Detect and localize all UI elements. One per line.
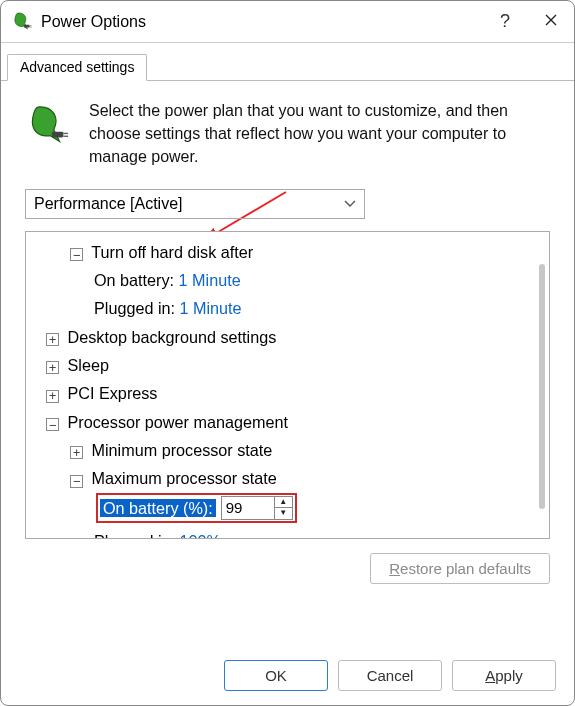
help-icon: ? — [500, 11, 510, 32]
tree-node-min-processor-state[interactable]: + Minimum processor state — [36, 436, 539, 464]
svg-rect-6 — [63, 136, 68, 137]
svg-rect-4 — [52, 132, 63, 138]
tree-leaf-hard-disk-plugged-in[interactable]: Plugged in: 1 Minute — [36, 294, 539, 322]
close-button[interactable] — [528, 1, 574, 43]
tree-node-max-processor-state[interactable]: − Maximum processor state — [36, 464, 539, 492]
close-icon — [544, 11, 558, 32]
tree-leaf-hard-disk-on-battery[interactable]: On battery: 1 Minute — [36, 266, 539, 294]
collapse-icon[interactable]: − — [70, 475, 83, 488]
percent-spinner: ▲ ▼ — [221, 496, 293, 520]
scrollbar-thumb[interactable] — [539, 264, 545, 509]
tab-content: Select the power plan that you want to c… — [1, 81, 574, 644]
intro-text: Select the power plan that you want to c… — [89, 99, 550, 169]
help-button[interactable]: ? — [482, 1, 528, 43]
expand-icon[interactable]: + — [46, 390, 59, 403]
power-options-window: Power Options ? Advanced settings — [0, 0, 575, 706]
svg-rect-0 — [24, 24, 30, 27]
svg-rect-1 — [30, 25, 32, 26]
selected-label: On battery (%): — [100, 499, 216, 517]
power-plan-value: Performance [Active] — [34, 195, 344, 213]
tree-node-turn-off-hard-disk[interactable]: − Turn off hard disk after — [36, 238, 539, 266]
window-title: Power Options — [41, 13, 482, 31]
titlebar: Power Options ? — [1, 1, 574, 43]
power-plan-dropdown[interactable]: Performance [Active] — [25, 189, 365, 219]
apply-button[interactable]: Apply — [452, 660, 556, 691]
restore-row: Restore plan defaults — [25, 553, 550, 584]
percent-input[interactable] — [222, 497, 274, 519]
restore-defaults-button[interactable]: Restore plan defaults — [370, 553, 550, 584]
tree-leaf-max-proc-plugged-in[interactable]: Plugged in: 100% — [36, 527, 539, 539]
tree-node-desktop-background[interactable]: + Desktop background settings — [36, 323, 539, 351]
collapse-icon[interactable]: − — [70, 248, 83, 261]
tab-advanced-settings[interactable]: Advanced settings — [7, 54, 147, 81]
value-link[interactable]: 1 Minute — [179, 271, 241, 289]
spinner-up-button[interactable]: ▲ — [275, 497, 292, 509]
tree-node-sleep[interactable]: + Sleep — [36, 351, 539, 379]
spinner-down-button[interactable]: ▼ — [275, 508, 292, 519]
settings-tree: − Turn off hard disk after On battery: 1… — [25, 231, 550, 539]
highlight-box: On battery (%): ▲ ▼ — [96, 493, 297, 523]
power-options-icon — [11, 11, 33, 33]
expand-icon[interactable]: + — [46, 361, 59, 374]
svg-rect-2 — [30, 26, 32, 27]
tree-node-processor-power-management[interactable]: − Processor power management — [36, 408, 539, 436]
chevron-down-icon — [344, 197, 356, 211]
cancel-button[interactable]: Cancel — [338, 660, 442, 691]
tree-leaf-max-proc-on-battery[interactable]: On battery (%): ▲ ▼ — [36, 493, 539, 523]
tab-strip: Advanced settings — [1, 49, 574, 81]
svg-rect-5 — [63, 133, 68, 134]
ok-button[interactable]: OK — [224, 660, 328, 691]
value-link[interactable]: 100% — [180, 532, 221, 539]
intro-block: Select the power plan that you want to c… — [25, 99, 550, 169]
collapse-icon[interactable]: − — [46, 418, 59, 431]
battery-plug-icon — [25, 99, 89, 169]
dialog-footer: OK Cancel Apply — [1, 644, 574, 705]
value-link[interactable]: 1 Minute — [180, 299, 242, 317]
expand-icon[interactable]: + — [46, 333, 59, 346]
expand-icon[interactable]: + — [70, 446, 83, 459]
tree-node-pci-express[interactable]: + PCI Express — [36, 379, 539, 407]
